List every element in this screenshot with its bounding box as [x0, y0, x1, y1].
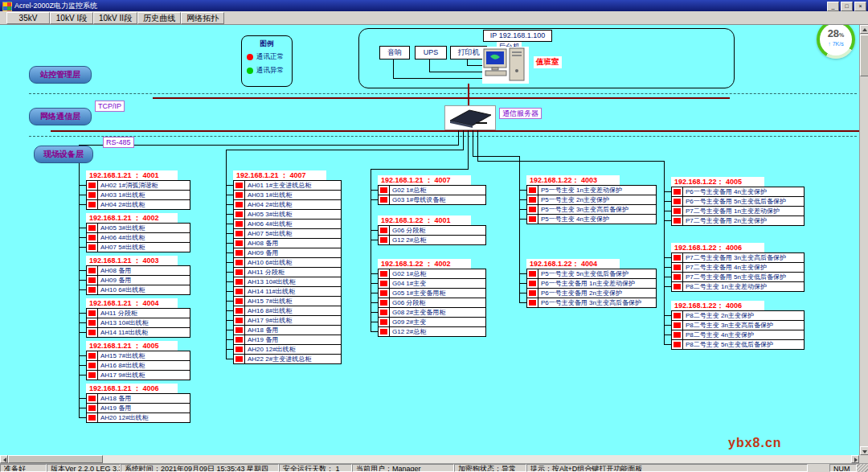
device-item-label: P7二号主变备用 1n主变差动保护 [682, 207, 780, 215]
comm-status-indicator [674, 274, 681, 280]
comm-status-indicator [88, 353, 96, 359]
vertical-scroll-thumb[interactable] [860, 35, 868, 76]
comm-status-indicator [88, 192, 96, 198]
device-item[interactable]: AH14 11#出线柜 [86, 327, 190, 338]
device-group-address: 192.168.1.22 ： 4002 [378, 259, 471, 269]
comm-status-indicator [529, 281, 536, 286]
comm-status-indicator [235, 327, 243, 333]
stub-line [79, 280, 86, 281]
device-item[interactable]: G12 2#总柜 [378, 326, 486, 337]
device-item-label: G02 1#总柜 [389, 186, 426, 195]
horizontal-scroll-thumb[interactable] [8, 455, 103, 463]
device-item-label: AH18 备用 [97, 394, 131, 403]
comm-status-indicator [88, 225, 96, 231]
stub-line [226, 204, 233, 205]
comm-status-indicator [235, 211, 243, 217]
comm-status-indicator [235, 347, 243, 352]
device-item-label: AH13 10#出线柜 [97, 318, 149, 327]
comm-status-indicator [88, 277, 96, 283]
stub-line [79, 375, 86, 376]
host-ip-label: IP 192.168.1.100 [483, 30, 552, 42]
scrollbar-corner [859, 455, 868, 463]
stub-line [371, 302, 378, 303]
stub-line [226, 359, 233, 359]
device-group-address: 192.168.1.21 ： 4007 [233, 170, 326, 180]
device-item[interactable]: AH17 9#出线柜 [86, 370, 190, 380]
duty-room-label: 值班室 [534, 56, 562, 68]
comm-status-indicator [674, 342, 681, 347]
stub-line [519, 273, 526, 274]
net-speed: 7K/s [833, 41, 844, 47]
stub-line [79, 247, 86, 248]
ups-device-box: UPS [415, 46, 447, 60]
device-item[interactable]: AH10 6#出线柜 [86, 285, 190, 295]
status-dongle-state: 加密狗状态：异常 [454, 464, 526, 472]
stub-line [519, 283, 526, 284]
comm-status-indicator [529, 300, 536, 306]
comm-status-indicator [674, 265, 681, 270]
minimize-button[interactable]: _ [827, 2, 839, 11]
system-monitor-ball[interactable]: 28% ↑ 7K/s [817, 20, 855, 59]
status-spacer [808, 464, 829, 472]
comm-status-indicator [674, 332, 681, 338]
device-group-address: 192.168.1.21 ： 4004 [86, 298, 178, 308]
stub-line [226, 339, 233, 340]
comm-status-indicator [674, 284, 681, 289]
scroll-up-button[interactable] [860, 25, 868, 34]
device-item[interactable]: P5一号主变 4n主变保护 [526, 214, 657, 224]
device-item-label: G12 2#总柜 [389, 327, 426, 336]
tab-10kv-section1[interactable]: 10kV I段 [50, 12, 93, 24]
device-item[interactable]: P8二号主变 1n主变差动保护 [671, 281, 805, 292]
device-item-label: AH13 10#出线柜 [244, 277, 296, 286]
upload-arrow-icon: ↑ [828, 41, 831, 47]
comm-status-indicator [529, 290, 536, 296]
device-item-label: G06 分段柜 [389, 226, 425, 235]
maximize-button[interactable]: □ [841, 2, 853, 11]
device-item-label: AH19 备用 [97, 404, 131, 412]
tab-10kv-section2[interactable]: 10kV II段 [93, 12, 137, 24]
stub-line [226, 291, 233, 292]
close-button[interactable]: × [854, 2, 866, 11]
stub-line [519, 219, 526, 220]
device-item[interactable]: G12 2#总柜 [378, 235, 486, 245]
device-item[interactable]: AH07 5#出线柜 [86, 242, 190, 252]
device-item[interactable]: AH22 2#主变进线总柜 [233, 354, 342, 364]
route-line [226, 150, 464, 150]
device-item-label: AH20 12#出线柜 [244, 345, 296, 354]
device-group-address: 192.168.1.21 ： 4005 [86, 341, 178, 351]
scroll-down-button[interactable] [860, 446, 868, 455]
layer-network-comm: 网络通信层 [29, 108, 92, 125]
stub-line [371, 293, 378, 293]
comm-status-indicator [235, 240, 243, 246]
device-item[interactable]: AH20 12#出线柜 [86, 412, 190, 423]
device-item-label: G05 1#主变备用柜 [389, 289, 445, 298]
device-item-label: AH17 9#出线柜 [97, 371, 145, 380]
device-item-label: P7二号主变备用 4n主变保护 [682, 263, 767, 272]
stub-line [226, 272, 233, 273]
device-item[interactable]: AH04 2#出线柜 [86, 199, 190, 210]
comm-status-indicator [235, 202, 243, 207]
stub-line [79, 355, 86, 356]
vertical-scrollbar[interactable] [859, 25, 868, 455]
device-item[interactable]: P8二号主变 5n主变低后备保护 [671, 339, 805, 350]
device-item-label: P5一号主变 3n主变高后备保护 [538, 205, 628, 214]
device-item[interactable]: G03 1#母线设备柜 [378, 195, 486, 205]
tab-network-topology[interactable]: 网络拓扑 [181, 12, 224, 24]
device-item[interactable]: P7二号主变备用 2n主变保护 [671, 215, 805, 226]
device-item-label: P8二号主变 1n主变差动保护 [682, 282, 767, 291]
stub-line [79, 204, 86, 205]
layer-field-device: 现场设备层 [34, 146, 93, 163]
legend-title: 图例 [247, 39, 287, 49]
device-item[interactable]: P6一号主变备用 3n主变高后备保护 [526, 298, 657, 308]
comm-status-indicator [380, 228, 387, 233]
status-bar: 准备好 版本Ver 2.2.0 LEG 3.3.18 系统时间：2021年09月… [0, 463, 868, 472]
device-item-label: AH20 12#出线柜 [97, 413, 149, 422]
scroll-left-button[interactable] [0, 455, 8, 463]
stub-line [226, 185, 233, 186]
device-item-label: AH06 4#出线柜 [97, 233, 145, 242]
tab-history-curve[interactable]: 历史曲线 [137, 12, 181, 24]
tab-35kv[interactable]: 35kV [6, 12, 50, 24]
scroll-right-button[interactable] [851, 455, 859, 463]
horizontal-scrollbar[interactable] [0, 455, 859, 463]
device-group-address: 192.168.1.22 ： 4001 [378, 215, 471, 225]
